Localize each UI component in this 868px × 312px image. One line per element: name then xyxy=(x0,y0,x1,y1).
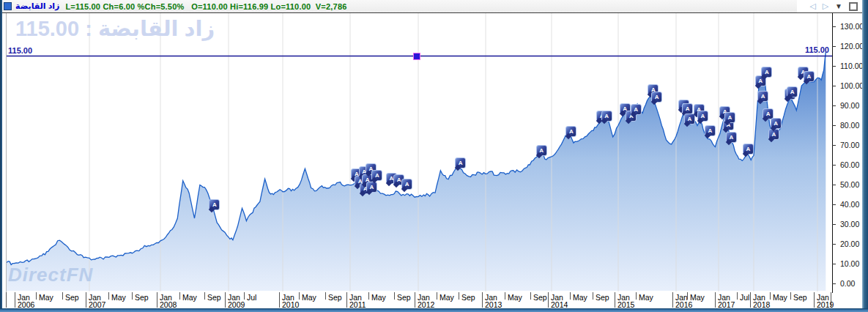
x-axis-month-label: Sep xyxy=(533,293,547,302)
announcement-marker[interactable]: A xyxy=(455,157,466,168)
y-axis-tick xyxy=(832,264,836,264)
x-axis-month-label: May xyxy=(773,293,787,302)
plot-area: زاد القابضة : 115.00 DirectFN 115.00 115… xyxy=(6,13,833,293)
x-axis-tick xyxy=(437,292,437,300)
announcement-marker[interactable]: A xyxy=(743,144,754,155)
x-axis-month-label: May xyxy=(573,293,587,302)
x-axis-tick xyxy=(814,292,815,308)
x-axis-tick xyxy=(790,292,791,300)
announcement-marker[interactable]: A xyxy=(726,132,737,143)
x-axis-tick xyxy=(530,292,531,300)
x-axis-month-label: Jul xyxy=(740,293,749,302)
x-axis-tick xyxy=(132,292,133,300)
announcement-marker[interactable]: A xyxy=(771,118,782,129)
x-axis-month-label: May xyxy=(111,293,126,302)
x-axis-month-label: Jul xyxy=(247,293,256,302)
y-axis-label: 110.00 xyxy=(840,62,863,70)
x-axis-tick xyxy=(672,292,673,308)
price-line-handle[interactable] xyxy=(413,53,420,60)
announcement-marker[interactable]: A xyxy=(401,179,412,190)
x-axis-month-label: May xyxy=(182,293,197,302)
x-axis-tick xyxy=(482,292,483,308)
x-axis-month-label: Sep xyxy=(461,293,475,302)
y-axis-tick xyxy=(832,125,836,126)
y-axis-tick xyxy=(832,224,836,225)
price-stats: L=115.00 Ch=6.00 %Ch=5.50% O=110.00 Hi=1… xyxy=(65,2,346,11)
announcement-marker[interactable]: A xyxy=(757,91,768,102)
y-axis-label: 120.00 xyxy=(840,42,864,51)
x-axis-tick xyxy=(570,292,571,300)
y-axis-tick xyxy=(832,145,836,146)
announcement-marker[interactable]: A xyxy=(804,71,815,82)
x-axis-tick xyxy=(505,292,505,300)
x-axis-tick xyxy=(244,292,245,300)
announcement-marker[interactable]: A xyxy=(682,103,693,114)
x-axis-month-label: Sep xyxy=(793,293,807,302)
x-axis-month-label: May xyxy=(639,293,653,302)
x-axis-tick xyxy=(15,292,15,308)
x-axis-month-label: Sep xyxy=(328,293,342,302)
collapse-icon[interactable]: ▼ xyxy=(835,2,842,10)
x-axis-month-label: Sep xyxy=(135,293,149,302)
x-axis-tick xyxy=(279,292,280,308)
x-axis-tick xyxy=(157,292,157,308)
y-axis-label: 0.00 xyxy=(840,279,855,288)
x-axis-tick xyxy=(325,292,326,300)
x-axis-tick xyxy=(62,292,63,300)
y-axis-label: 90.00 xyxy=(840,101,859,110)
announcement-marker[interactable]: A xyxy=(631,104,642,115)
symbol-icon xyxy=(4,2,12,10)
announcement-marker[interactable]: A xyxy=(565,126,576,137)
scroll-right-icon[interactable]: ▷ xyxy=(823,2,828,10)
x-axis-tick xyxy=(86,292,86,308)
x-axis-tick xyxy=(750,292,751,308)
x-axis-tick xyxy=(737,292,738,300)
x-axis-tick xyxy=(770,292,771,300)
announcement-marker[interactable]: A xyxy=(697,111,708,122)
x-axis-tick xyxy=(615,292,615,308)
scroll-left-icon[interactable]: ◁ xyxy=(809,2,815,10)
x-axis-month-label: Sep xyxy=(397,293,411,302)
window-title: زاد القابضة xyxy=(15,1,59,11)
y-axis-label: 50.00 xyxy=(840,180,859,189)
window-frame-left xyxy=(0,0,2,312)
y-axis: 0.0010.0020.0030.0040.0050.0060.0070.008… xyxy=(832,13,866,292)
x-axis: JanMaySep2006JanMaySep2007JanMaySep2008J… xyxy=(6,292,832,308)
x-axis-month-label: Sep xyxy=(596,293,609,302)
y-axis-label: 30.00 xyxy=(840,220,859,229)
price-line-label-left: 115.00 xyxy=(8,46,32,55)
announcement-marker[interactable]: A xyxy=(724,112,735,123)
x-axis-month-label: May xyxy=(371,293,386,302)
announcement-marker[interactable]: A xyxy=(761,67,772,78)
announcement-marker[interactable]: A xyxy=(371,170,382,181)
announcement-marker[interactable]: A xyxy=(651,92,662,103)
price-line-label-right: 115.00 xyxy=(805,45,829,54)
area-fill xyxy=(7,52,826,291)
announcement-marker[interactable]: A xyxy=(787,86,798,97)
window-frame-bottom[interactable] xyxy=(0,308,868,312)
announcement-marker[interactable]: A xyxy=(536,145,547,156)
announcement-marker[interactable]: A xyxy=(209,199,220,210)
maximize-icon[interactable] xyxy=(849,2,858,11)
x-axis-month-label: May xyxy=(508,293,522,302)
x-axis-tick xyxy=(394,292,395,300)
y-axis-label: 60.00 xyxy=(840,160,859,169)
y-axis-tick xyxy=(832,46,836,47)
x-axis-tick xyxy=(548,292,549,308)
y-axis-label: 10.00 xyxy=(840,259,859,268)
x-axis-month-label: May xyxy=(439,293,454,302)
announcement-marker[interactable]: A xyxy=(601,111,612,122)
header-controls: ◁ ▷ ▼ xyxy=(797,0,868,12)
window-frame-right[interactable] xyxy=(862,0,868,312)
x-axis-tick xyxy=(225,292,226,308)
x-axis-tick xyxy=(36,292,37,300)
y-axis-label: 100.00 xyxy=(840,81,864,90)
announcement-marker[interactable]: A xyxy=(705,125,716,136)
x-axis-tick xyxy=(179,292,180,300)
x-axis-month-label: Sep xyxy=(65,293,79,302)
x-axis-tick xyxy=(346,292,347,308)
announcement-marker[interactable]: A xyxy=(366,182,377,193)
x-axis-tick xyxy=(368,292,369,300)
y-axis-tick xyxy=(832,204,836,205)
x-axis-tick xyxy=(459,292,459,300)
